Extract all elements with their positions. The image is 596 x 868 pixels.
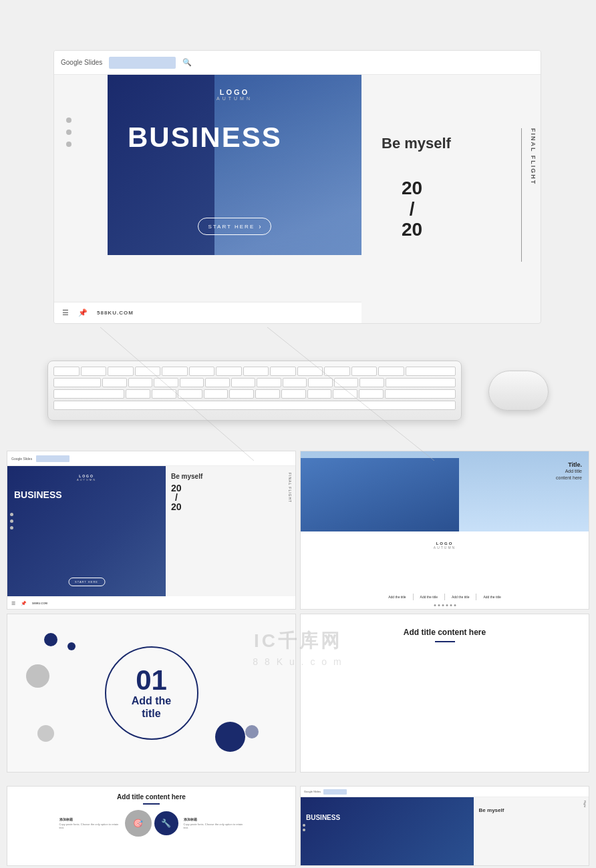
key bbox=[324, 367, 350, 376]
pin-icon[interactable]: 📌 bbox=[78, 308, 88, 317]
thumb1-site-url: 588KU.COM bbox=[32, 602, 47, 605]
btm2-business-title: BUSINESS bbox=[306, 814, 340, 821]
thumb2-nav-dot bbox=[442, 604, 444, 606]
key bbox=[351, 367, 378, 376]
thumb2-nav-div-2 bbox=[444, 594, 445, 600]
slide-thumbnail-2[interactable]: Title. Add titlecontent here LOGO AUTUMN… bbox=[300, 451, 589, 610]
thumb2-nav-dot bbox=[434, 604, 436, 606]
key bbox=[307, 389, 332, 399]
btm2-dot-1 bbox=[303, 824, 305, 827]
bottom-slide-2[interactable]: Google Slides BUSINESS Flight Be myself bbox=[300, 786, 589, 866]
thumb1-search bbox=[36, 455, 69, 462]
thumb2-nav: Add the title Add the title Add the titl… bbox=[388, 594, 501, 600]
thumb3-inner: 01 Add thetitle bbox=[7, 614, 295, 772]
date-display: 20 / 20 bbox=[402, 178, 422, 240]
key-space bbox=[53, 401, 456, 410]
thumb2-nav-dot bbox=[450, 604, 452, 606]
menu-icon[interactable]: ☰ bbox=[62, 308, 69, 317]
thumb2-nav-dot bbox=[454, 604, 456, 606]
thumb1-start-label: START HERE bbox=[75, 580, 98, 584]
date-bottom: 20 bbox=[402, 219, 422, 240]
key-enter-top bbox=[386, 378, 456, 387]
key-tab bbox=[53, 378, 101, 387]
thumb1-app-name: Google Slides bbox=[11, 457, 32, 461]
btm1-circle2: 🔧 bbox=[154, 811, 178, 835]
search-bar[interactable] bbox=[109, 57, 176, 69]
key bbox=[270, 367, 296, 376]
btm2-slide-right: Flight Be myself bbox=[474, 797, 589, 866]
btm1-label2: 添加标题 bbox=[184, 817, 244, 821]
thumb2-subtitle: Add titlecontent here bbox=[556, 468, 582, 481]
key bbox=[128, 378, 153, 387]
thumb4-underline bbox=[435, 641, 455, 642]
key-row-1 bbox=[53, 367, 456, 376]
key bbox=[135, 367, 161, 376]
thumb2-nav-div-3 bbox=[476, 594, 476, 600]
thumb2-nav-2: Add the title bbox=[420, 595, 438, 599]
btm1-circle1: 🎯 bbox=[125, 810, 152, 837]
keyboard-keys bbox=[53, 367, 456, 410]
key-enter bbox=[385, 389, 456, 399]
key bbox=[216, 367, 242, 376]
thumb2-building bbox=[301, 458, 459, 531]
btm2-content: BUSINESS Flight Be myself bbox=[301, 797, 589, 866]
date-slash: / bbox=[410, 198, 415, 219]
wrench-icon: 🔧 bbox=[161, 819, 171, 828]
thumb1-slide-left: LOGO AUTUMN BUSINESS START HERE bbox=[7, 466, 166, 596]
slides-grid: Google Slides LOGO AUTUMN BUSINESS START… bbox=[7, 451, 589, 773]
thumb1-pin-icon: 📌 bbox=[21, 601, 27, 606]
key bbox=[102, 378, 127, 387]
bottom-slide-1[interactable]: Add title content here 添加标题 Copy paste f… bbox=[7, 786, 296, 866]
right-info-panel: FINAL FLIGHT Be myself 20 / 20 bbox=[361, 75, 541, 322]
key bbox=[283, 378, 307, 387]
thumb2-logo-sub: AUTUMN bbox=[434, 546, 456, 550]
date-top: 20 bbox=[402, 178, 422, 198]
thumb2-nav-dot bbox=[446, 604, 448, 606]
thumb2-logo-area: LOGO AUTUMN bbox=[434, 541, 456, 550]
target-icon: 🎯 bbox=[133, 819, 143, 828]
thumb1-dot-3 bbox=[10, 526, 13, 529]
slide-logo: LOGO bbox=[216, 88, 253, 96]
key bbox=[243, 367, 269, 376]
key bbox=[162, 367, 188, 376]
deco-circle-3 bbox=[26, 664, 49, 688]
thumb2-bottom: LOGO AUTUMN Add the title Add the title … bbox=[301, 531, 589, 610]
key bbox=[178, 389, 202, 399]
key bbox=[53, 367, 80, 376]
btm2-dot-2 bbox=[303, 829, 305, 831]
slide-business-title: BUSINESS bbox=[128, 122, 282, 154]
thumb1-flight-text: FINAL FLIGHT bbox=[288, 473, 292, 503]
btm1-label1: 添加标题 bbox=[59, 817, 120, 821]
vertical-flight-text: FINAL FLIGHT bbox=[530, 128, 537, 185]
thumb2-photo-area: Title. Add titlecontent here bbox=[301, 451, 589, 531]
key bbox=[257, 378, 281, 387]
dot-1 bbox=[66, 118, 71, 123]
site-url: 588KU.COM bbox=[97, 310, 134, 316]
thumb2-nav-1: Add the title bbox=[388, 595, 406, 599]
keyboard-section bbox=[0, 347, 596, 434]
thumb1-content: LOGO AUTUMN BUSINESS START HERE FINAL FL… bbox=[7, 466, 295, 596]
slide-thumbnail-3[interactable]: 01 Add thetitle bbox=[7, 614, 296, 773]
slide-number: 01 bbox=[136, 666, 167, 694]
start-here-button[interactable]: START HERE › bbox=[198, 218, 271, 235]
thumb1-dots bbox=[10, 513, 13, 529]
slides-grid-bottom: Add title content here 添加标题 Copy paste f… bbox=[7, 786, 589, 866]
key-caps bbox=[53, 389, 124, 399]
slide-thumbnail-4[interactable]: Add title content here bbox=[300, 614, 589, 773]
thumb1-business: BUSINESS bbox=[14, 489, 62, 500]
thumb1-dot-1 bbox=[10, 513, 13, 516]
btm1-text-left: 添加标题 Copy paste fonts. Choose the only o… bbox=[59, 817, 120, 829]
thumb1-start-btn: START HERE bbox=[68, 578, 105, 586]
start-here-label: START HERE bbox=[208, 224, 255, 230]
btm2-app-name: Google Slides bbox=[304, 790, 321, 793]
key bbox=[297, 367, 323, 376]
slide-logo-area: LOGO AUTUMN bbox=[216, 88, 253, 101]
key bbox=[334, 378, 359, 387]
key bbox=[108, 367, 134, 376]
slide-thumbnail-dots bbox=[66, 118, 71, 147]
btm1-underline bbox=[143, 803, 160, 805]
key-backspace bbox=[406, 367, 456, 376]
slide-thumbnail-1[interactable]: Google Slides LOGO AUTUMN BUSINESS START… bbox=[7, 451, 296, 610]
slides-header: Google Slides 🔍 bbox=[54, 51, 541, 75]
dot-3 bbox=[66, 142, 71, 147]
